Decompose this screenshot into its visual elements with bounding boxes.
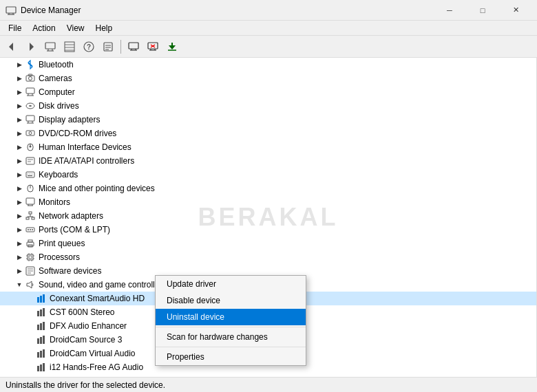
main-content: BERAKAL ▶ Bluetooth ▶ Cameras ▶ Computer xyxy=(0,58,537,377)
tree-label-hid: Human Interface Devices xyxy=(39,142,131,152)
close-button[interactable]: ✕ xyxy=(500,0,531,21)
toolbar-forward[interactable] xyxy=(22,38,40,56)
svg-rect-79 xyxy=(28,254,33,260)
toolbar-view-list[interactable] xyxy=(61,38,78,56)
tree-item-ports[interactable]: ▶ Ports (COM & LPT) xyxy=(0,223,536,237)
audio-item-droidcam-icon xyxy=(36,334,47,345)
expand-monitors[interactable]: ▶ xyxy=(14,197,25,208)
expand-bluetooth[interactable]: ▶ xyxy=(14,59,25,70)
tree-item-bluetooth[interactable]: ▶ Bluetooth xyxy=(0,58,536,72)
expand-cameras[interactable]: ▶ xyxy=(14,73,25,84)
menu-file[interactable]: File xyxy=(3,22,27,34)
svg-rect-67 xyxy=(32,217,34,219)
context-menu-uninstall-device[interactable]: Uninstall device xyxy=(156,309,306,325)
display-icon xyxy=(25,114,36,125)
toolbar-update[interactable] xyxy=(163,38,181,56)
toolbar-view-computer[interactable] xyxy=(41,38,59,56)
tree-label-mice: Mice and other pointing devices xyxy=(39,184,155,193)
tree-item-diskdrives[interactable]: ▶ Disk drives xyxy=(0,99,536,113)
tree-item-ideata[interactable]: ▶ IDE ATA/ATAPI controllers xyxy=(0,154,536,168)
maximize-button[interactable]: □ xyxy=(467,0,498,21)
svg-point-41 xyxy=(29,105,32,107)
menu-view[interactable]: View xyxy=(61,22,90,34)
network-icon xyxy=(25,210,36,221)
expand-soundvideo[interactable]: ▼ xyxy=(14,279,25,290)
expand-computer[interactable]: ▶ xyxy=(14,87,25,98)
expand-mice[interactable]: ▶ xyxy=(14,183,25,194)
tree-item-computer[interactable]: ▶ Computer xyxy=(0,85,536,99)
svg-marker-4 xyxy=(9,43,13,51)
context-menu-disable-device[interactable]: Disable device xyxy=(156,292,306,309)
context-menu-scan-hardware-label: Scan for hardware changes xyxy=(167,332,268,342)
context-menu-sep1 xyxy=(156,327,306,327)
toolbar-properties[interactable] xyxy=(99,38,117,56)
dvd-icon xyxy=(25,128,36,139)
processor-icon xyxy=(25,252,36,263)
context-menu-update-driver-label: Update driver xyxy=(167,279,216,289)
menu-action[interactable]: Action xyxy=(27,22,61,34)
menu-help[interactable]: Help xyxy=(90,22,118,34)
context-menu-disable-device-label: Disable device xyxy=(167,296,220,305)
hid-icon xyxy=(25,142,36,153)
expand-softwaredevices[interactable]: ▶ xyxy=(14,265,25,276)
audio-item-icon xyxy=(36,293,47,304)
tree-label-printqueues: Print queues xyxy=(39,239,85,248)
expand-ports[interactable]: ▶ xyxy=(14,224,25,235)
context-menu-update-driver[interactable]: Update driver xyxy=(156,276,306,292)
device-tree[interactable]: BERAKAL ▶ Bluetooth ▶ Cameras ▶ Computer xyxy=(0,58,537,377)
tree-label-diskdrives: Disk drives xyxy=(39,101,79,111)
tree-label-cst600n: CST 600N Stereo xyxy=(50,307,115,317)
svg-rect-95 xyxy=(40,296,42,303)
software-icon xyxy=(25,265,36,276)
tree-item-processors[interactable]: ▶ Processors xyxy=(0,250,536,264)
context-menu-properties-label: Properties xyxy=(167,352,204,362)
svg-rect-103 xyxy=(37,338,39,344)
svg-rect-31 xyxy=(171,43,173,46)
expand-displayadapters[interactable]: ▶ xyxy=(14,114,25,125)
keyboard-icon xyxy=(25,169,36,180)
context-menu-properties[interactable]: Properties xyxy=(156,349,306,365)
toolbar-monitor[interactable] xyxy=(125,38,143,56)
tree-label-computer: Computer xyxy=(39,87,75,97)
svg-rect-108 xyxy=(43,349,45,358)
svg-point-34 xyxy=(29,77,32,80)
tree-item-networkadapters[interactable]: ▶ Network adapters xyxy=(0,209,536,223)
svg-rect-109 xyxy=(37,366,39,371)
tree-item-monitors[interactable]: ▶ Monitors xyxy=(0,195,536,209)
expand-keyboards[interactable]: ▶ xyxy=(14,169,25,180)
sound-icon xyxy=(25,279,36,290)
tree-label-cameras: Cameras xyxy=(39,74,72,83)
expand-networkadapters[interactable]: ▶ xyxy=(14,210,25,221)
svg-rect-94 xyxy=(37,297,39,303)
expand-printqueues[interactable]: ▶ xyxy=(14,238,25,249)
expand-ideata[interactable]: ▶ xyxy=(14,155,25,166)
tree-item-cameras[interactable]: ▶ Cameras xyxy=(0,72,536,85)
svg-rect-106 xyxy=(37,352,39,358)
ports-icon xyxy=(25,224,36,235)
tree-item-dvdrom[interactable]: ▶ DVD/CD-ROM drives xyxy=(0,127,536,140)
expand-diskdrives[interactable]: ▶ xyxy=(14,100,25,111)
tree-label-ports: Ports (COM & LPT) xyxy=(39,225,110,235)
tree-item-mice[interactable]: ▶ Mice and other pointing devices xyxy=(0,182,536,195)
svg-rect-54 xyxy=(26,172,34,177)
tree-item-keyboards[interactable]: ▶ Keyboards xyxy=(0,168,536,182)
expand-hid[interactable]: ▶ xyxy=(14,142,25,153)
tree-item-hid[interactable]: ▶ Human Interface Devices xyxy=(0,140,536,154)
title-bar-text: Device Manager xyxy=(21,6,434,15)
minimize-button[interactable]: ─ xyxy=(434,0,465,21)
toolbar-remove[interactable] xyxy=(144,38,162,56)
expand-dvdrom[interactable]: ▶ xyxy=(14,128,25,139)
toolbar-help[interactable]: ? xyxy=(80,38,98,56)
tree-item-displayadapters[interactable]: ▶ Display adapters xyxy=(0,113,536,127)
tree-item-i12stereo[interactable]: ▶ i12 Stereo xyxy=(0,374,536,377)
menu-bar: File Action View Help xyxy=(0,21,537,36)
expand-processors[interactable]: ▶ xyxy=(14,252,25,263)
toolbar-back[interactable] xyxy=(3,38,21,56)
svg-rect-107 xyxy=(40,351,42,358)
context-menu: Update driver Disable device Uninstall d… xyxy=(155,275,306,366)
context-menu-scan-hardware[interactable]: Scan for hardware changes xyxy=(156,329,306,345)
app-icon xyxy=(6,5,17,16)
tree-label-softwaredevices: Software devices xyxy=(39,266,101,276)
tree-item-printqueues[interactable]: ▶ Print queues xyxy=(0,237,536,250)
svg-text:?: ? xyxy=(87,43,91,51)
